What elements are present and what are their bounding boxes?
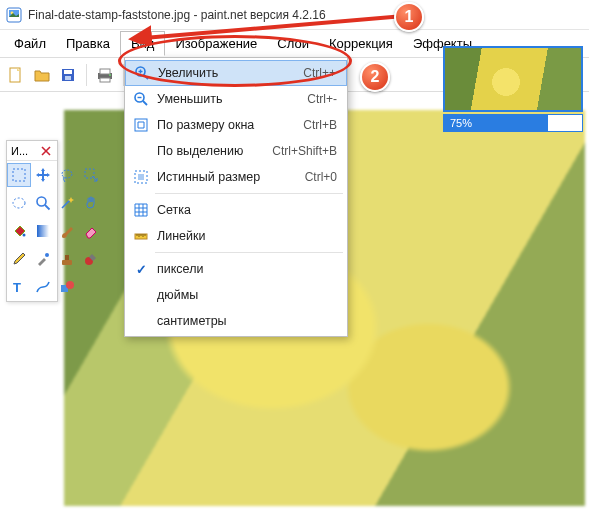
svg-rect-17 — [13, 169, 25, 181]
menu-zoom-in[interactable]: Увеличить Ctrl++ — [125, 60, 347, 86]
print-button[interactable] — [93, 63, 117, 87]
menu-item-label: Уменьшить — [153, 92, 307, 106]
menu-item-label: Увеличить — [154, 66, 303, 80]
svg-point-26 — [45, 253, 49, 257]
zoom-out-icon — [129, 91, 153, 107]
window-title: Final-date-stamp-faststone.jpg - paint.n… — [28, 8, 326, 22]
menu-units-inches[interactable]: дюймы — [125, 282, 347, 308]
view-dropdown: Увеличить Ctrl++ Уменьшить Ctrl+- По раз… — [124, 57, 348, 337]
zoom-percent-text: 75% — [444, 117, 472, 129]
tool-pan[interactable] — [79, 191, 103, 215]
menu-edit[interactable]: Правка — [56, 32, 120, 55]
menu-item-label: пиксели — [153, 262, 337, 276]
tool-fill[interactable] — [7, 219, 31, 243]
svg-rect-5 — [64, 70, 72, 74]
menu-image[interactable]: Изображение — [165, 32, 267, 55]
tool-zoom[interactable] — [31, 191, 55, 215]
menu-divider — [155, 252, 343, 253]
tool-brush[interactable] — [55, 219, 79, 243]
app-icon — [6, 7, 22, 23]
menu-fit-window[interactable]: По размеру окна Ctrl+B — [125, 112, 347, 138]
menu-item-label: По выделению — [153, 144, 272, 158]
menu-item-label: Истинный размер — [153, 170, 305, 184]
menu-item-accel: Ctrl+0 — [305, 170, 337, 184]
tool-rect-select[interactable] — [7, 163, 31, 187]
tool-move[interactable] — [31, 163, 55, 187]
svg-rect-28 — [65, 255, 69, 260]
title-bar: Final-date-stamp-faststone.jpg - paint.n… — [0, 0, 589, 30]
svg-point-20 — [13, 198, 25, 208]
svg-rect-8 — [100, 69, 110, 74]
menu-item-label: дюймы — [153, 288, 337, 302]
tools-palette: И... — [6, 140, 58, 302]
tool-eraser[interactable] — [79, 219, 103, 243]
menu-rulers[interactable]: Линейки — [125, 223, 347, 249]
menu-layers[interactable]: Слои — [267, 32, 319, 55]
menu-item-accel: Ctrl+- — [307, 92, 337, 106]
annotation-badge-2: 2 — [360, 62, 390, 92]
svg-text:T: T — [13, 280, 21, 295]
check-icon: ✓ — [129, 262, 153, 277]
menu-grid[interactable]: Сетка — [125, 197, 347, 223]
svg-rect-27 — [62, 260, 72, 265]
menu-item-accel: Ctrl++ — [303, 66, 336, 80]
zoom-in-icon — [130, 65, 154, 81]
menu-divider — [155, 193, 343, 194]
image-thumbnail-panel: 75% — [443, 46, 583, 132]
svg-rect-9 — [100, 78, 110, 82]
menu-fit-selection[interactable]: По выделению Ctrl+Shift+B — [125, 138, 347, 164]
svg-point-32 — [66, 281, 74, 289]
menu-view[interactable]: Вид — [120, 31, 166, 56]
tool-pencil[interactable] — [7, 247, 31, 271]
menu-item-label: По размеру окна — [153, 118, 303, 132]
tool-color-picker[interactable] — [31, 247, 55, 271]
actual-size-icon — [129, 169, 153, 185]
image-thumbnail[interactable] — [443, 46, 583, 112]
tool-gradient[interactable] — [31, 219, 55, 243]
save-button[interactable] — [56, 63, 80, 87]
close-icon[interactable] — [39, 144, 53, 158]
zoom-progress[interactable]: 75% — [443, 114, 583, 132]
svg-line-34 — [144, 75, 148, 79]
tool-recolor[interactable] — [79, 247, 103, 271]
svg-point-21 — [37, 197, 46, 206]
ruler-icon — [129, 228, 153, 244]
svg-point-18 — [62, 170, 72, 178]
menu-zoom-out[interactable]: Уменьшить Ctrl+- — [125, 86, 347, 112]
toolbar-separator — [86, 64, 87, 86]
fit-window-icon — [129, 117, 153, 133]
tool-move-selection[interactable] — [79, 163, 103, 187]
tool-magic-wand[interactable] — [55, 191, 79, 215]
svg-line-23 — [62, 200, 70, 208]
grid-icon — [129, 202, 153, 218]
new-file-button[interactable] — [4, 63, 28, 87]
open-file-button[interactable] — [30, 63, 54, 87]
tools-palette-header[interactable]: И... — [7, 141, 57, 161]
tool-ellipse-select[interactable] — [7, 191, 31, 215]
annotation-badge-1: 1 — [394, 2, 424, 32]
svg-rect-25 — [37, 225, 49, 237]
tool-empty — [79, 275, 103, 299]
svg-rect-6 — [65, 76, 71, 80]
menu-item-accel: Ctrl+Shift+B — [272, 144, 337, 158]
tool-line[interactable] — [31, 275, 55, 299]
svg-point-10 — [109, 74, 111, 76]
svg-line-22 — [45, 205, 50, 210]
tool-text[interactable]: T — [7, 275, 31, 299]
svg-line-38 — [143, 101, 147, 105]
svg-rect-42 — [138, 174, 144, 180]
svg-point-24 — [23, 234, 26, 237]
svg-rect-40 — [135, 119, 147, 131]
tool-lasso[interactable] — [55, 163, 79, 187]
menu-file[interactable]: Файл — [4, 32, 56, 55]
menu-adjustments[interactable]: Коррекция — [319, 32, 403, 55]
tool-clone-stamp[interactable] — [55, 247, 79, 271]
menu-actual-size[interactable]: Истинный размер Ctrl+0 — [125, 164, 347, 190]
tool-shapes[interactable] — [55, 275, 79, 299]
menu-units-centimeters[interactable]: сантиметры — [125, 308, 347, 334]
tools-palette-title: И... — [11, 145, 28, 157]
menu-item-label: Сетка — [153, 203, 337, 217]
menu-item-label: сантиметры — [153, 314, 337, 328]
menu-item-label: Линейки — [153, 229, 337, 243]
menu-units-pixels[interactable]: ✓ пиксели — [125, 256, 347, 282]
